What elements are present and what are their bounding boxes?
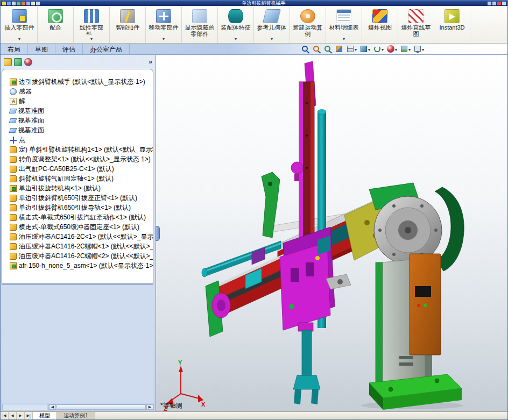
part-icon: [10, 243, 17, 250]
tree-item[interactable]: 解: [2, 96, 153, 106]
reference-geometry-button[interactable]: 参考几何体: [256, 8, 287, 42]
headsup-button[interactable]: [358, 44, 371, 54]
part-icon: [10, 166, 17, 173]
minimize-icon[interactable]: [492, 2, 496, 5]
tree-item[interactable]: 边引拔斜臂机械手 (默认<默认_显示状态-1>): [2, 77, 153, 87]
featuremanager-tab-icon[interactable]: [4, 58, 12, 66]
headsup-button[interactable]: [300, 44, 311, 54]
exploded-view-button[interactable]: 爆炸视图: [364, 8, 396, 42]
model-vertical-column[interactable]: [299, 61, 316, 251]
doc-tab-scroll-prev[interactable]: [9, 412, 17, 419]
dropdown-caret-icon: [382, 45, 384, 53]
options-icon[interactable]: [36, 2, 40, 5]
open-document-icon[interactable]: [7, 2, 11, 5]
help-icon[interactable]: [488, 2, 491, 5]
tree-item[interactable]: 视基准面: [2, 125, 153, 135]
view-settings-icon: [413, 45, 422, 53]
triad-y-label: Y: [178, 359, 182, 366]
hscroll-right-arrow[interactable]: [146, 404, 153, 410]
dropdown-caret-icon: [343, 34, 345, 42]
hscroll-left-arrow[interactable]: [49, 404, 56, 410]
document-tabs: 模型运动算例1: [33, 412, 95, 419]
propertymanager-tab-icon[interactable]: [14, 58, 22, 66]
tree-item[interactable]: 油压缓冲器AC1416-2C螺帽<1> (默认<<默认>_显示状: [2, 241, 153, 251]
document-tab[interactable]: 运动算例1: [57, 412, 95, 419]
commandmanager-tab[interactable]: 草图: [28, 44, 55, 54]
titlebar-quick-toolbar: [2, 2, 40, 5]
tree-item[interactable]: 定) 单斜引臂机旋转机构1<1> (默认<默认_显示状态->: [2, 145, 153, 154]
headsup-button[interactable]: [412, 44, 425, 54]
triad-x-label: X: [201, 401, 206, 408]
document-tab[interactable]: 模型: [33, 412, 57, 419]
new-motion-study-button[interactable]: 新建运动算例: [292, 8, 323, 42]
headsup-button[interactable]: [399, 44, 412, 54]
tree-item[interactable]: 油压缓冲器AC1416-2C<1> (默认<<默认>_显示状态 1: [2, 232, 153, 241]
tree-item[interactable]: 单边引拔斜臂机650引拔导轨<1> (默认): [2, 203, 153, 212]
tree-item[interactable]: 转角度调整架<1> (默认<<默认>_显示状态 1>): [2, 154, 153, 164]
redo-icon[interactable]: [26, 2, 30, 5]
model-gripper[interactable]: [293, 323, 320, 404]
headsup-button[interactable]: [334, 44, 344, 54]
headsup-button[interactable]: [385, 44, 398, 54]
maximize-icon[interactable]: [497, 2, 501, 5]
headsup-button[interactable]: [311, 44, 322, 54]
featuremanager-panel: » 边引拔斜臂机械手 (默认<默认_显示状态-1>) 感器: [1, 55, 156, 411]
tree-item[interactable]: 斜臂机旋转气缸固定轴<1> (默认): [2, 174, 153, 183]
tree-item[interactable]: 点: [2, 135, 153, 145]
assembly-features-icon: [228, 9, 243, 23]
tree-item[interactable]: 感器: [2, 87, 153, 96]
headsup-button[interactable]: [345, 44, 358, 54]
graphics-area[interactable]: Y X Z *等轴测: [156, 55, 507, 411]
hscroll-thumb[interactable]: [57, 404, 146, 410]
headsup-button[interactable]: [322, 44, 333, 54]
tree-item[interactable]: 出气缸PC-CA50B25-C<1> (默认): [2, 164, 153, 174]
doc-tab-scroll-first[interactable]: [1, 412, 9, 419]
part-icon: [10, 175, 17, 182]
linear-component-pattern-button[interactable]: 线性零部件...: [76, 8, 107, 42]
statusbar-message-area: [95, 412, 507, 419]
undo-icon[interactable]: [22, 2, 25, 5]
tree-item[interactable]: 单边引拔旋转机构<1> (默认): [2, 183, 153, 193]
commandmanager-tab[interactable]: 布局: [1, 44, 28, 54]
zoom-in-out-icon: [301, 45, 309, 53]
commandmanager-tab[interactable]: 办公室产品: [83, 44, 130, 54]
dropdown-caret-icon: [422, 45, 424, 53]
explode-line-sketch-button[interactable]: 爆炸直线草图: [400, 8, 432, 42]
assembly-features-button[interactable]: 装配体特征: [220, 8, 251, 42]
instant3d-button[interactable]: Instant3D: [436, 8, 468, 42]
tree-item[interactable]: 横走式-单截式650缓冲器固定座<1> (默认): [2, 222, 153, 232]
tree-item[interactable]: 横走式-单截式650引拔汽缸牵动作<1> (默认): [2, 212, 153, 222]
save-icon[interactable]: [12, 2, 16, 5]
appearance-tab-icon[interactable]: [24, 58, 32, 66]
doc-tab-scroll-next[interactable]: [17, 412, 25, 419]
headsup-button[interactable]: [372, 44, 385, 54]
dropdown-caret-icon: [18, 34, 20, 42]
new-document-icon[interactable]: [2, 2, 6, 5]
tree-item[interactable]: 油压缓冲器AC1416-2C螺帽<2> (默认<<默认>_显示状: [2, 251, 153, 261]
bill-of-materials-button[interactable]: 材料明细表: [328, 8, 359, 42]
smart-fasteners-button[interactable]: 智能扣件: [112, 8, 143, 42]
move-component-button[interactable]: 移动零部件: [148, 8, 179, 42]
panel-splitter-handle[interactable]: [156, 226, 160, 241]
commandmanager-tab[interactable]: 评估: [55, 44, 83, 54]
show-hidden-components-button[interactable]: 显示隐藏的零部件: [184, 8, 215, 42]
tree-item[interactable]: afr-150-h_none_5_asm<1> (默认<显示状态-1>): [2, 261, 153, 270]
rebuild-icon[interactable]: [31, 2, 35, 5]
solidworks-window: 单边引拔斜臂机械手 插入零部件 配合: [0, 0, 508, 420]
tree-item[interactable]: 视基准面: [2, 116, 153, 125]
panel-expand-chevron[interactable]: »: [149, 58, 152, 66]
dropdown-caret-icon: [368, 45, 370, 53]
titlebar: 单边引拔斜臂机械手: [1, 1, 507, 6]
close-icon[interactable]: [502, 2, 506, 5]
assembly-icon: [10, 185, 17, 192]
model-control-box[interactable]: [410, 254, 441, 355]
commandmanager-ribbon: 插入零部件 配合 线性零部件...: [1, 6, 507, 44]
insert-component-button[interactable]: 插入零部件: [4, 8, 35, 42]
tree-item[interactable]: 单边引拔斜臂机650引拔座正臂<1> (默认): [2, 193, 153, 203]
panel-horizontal-scrollbar[interactable]: [48, 404, 154, 410]
tree-item[interactable]: 视基准面: [2, 106, 153, 116]
mate-button[interactable]: 配合: [40, 8, 71, 42]
doc-tab-scroll-last[interactable]: [25, 412, 33, 419]
print-icon[interactable]: [17, 2, 20, 5]
assembly-3d-model[interactable]: Y X Z: [156, 55, 508, 412]
